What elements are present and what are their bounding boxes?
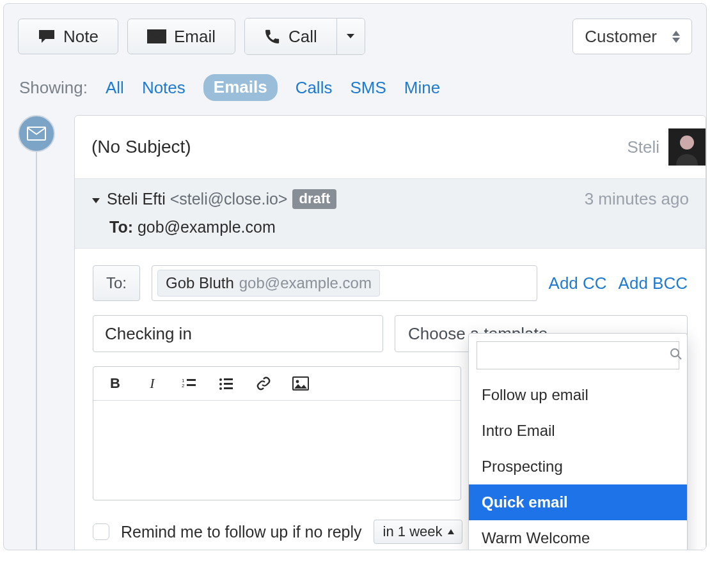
followup-interval-select[interactable]: in 1 week: [374, 520, 462, 544]
followup-interval-value: in 1 week: [383, 523, 443, 540]
followup-checkbox[interactable]: [93, 523, 109, 540]
sort-arrows-icon: [672, 31, 680, 43]
recipient-chip[interactable]: Gob Bluth gob@example.com: [157, 270, 380, 297]
note-button-label: Note: [63, 27, 99, 47]
toolbar: Note Email Call Customer: [4, 4, 706, 55]
template-search[interactable]: [477, 341, 679, 369]
triangle-down-icon: [91, 197, 100, 205]
filter-sms[interactable]: SMS: [350, 78, 386, 98]
chevron-down-icon: [346, 33, 355, 40]
card-header: (No Subject) Steli: [75, 116, 706, 178]
template-item[interactable]: Follow up email: [469, 377, 687, 413]
editor-toolbar: B I 12: [93, 367, 461, 401]
template-item[interactable]: Quick email: [469, 484, 687, 520]
recipient-chip-name: Gob Bluth: [166, 274, 234, 292]
timeline-line: [36, 152, 37, 550]
svg-point-8: [219, 378, 222, 381]
phone-icon: [264, 28, 281, 45]
search-icon: [670, 348, 682, 363]
customer-select[interactable]: Customer: [572, 19, 692, 54]
svg-text:2: 2: [182, 383, 185, 389]
filter-label: Showing:: [19, 78, 88, 98]
recipient-input[interactable]: Gob Bluth gob@example.com: [152, 265, 537, 301]
card-from-name: Steli Efti: [107, 190, 166, 208]
customer-select-label: Customer: [585, 27, 657, 47]
filter-mine[interactable]: Mine: [404, 78, 440, 98]
filter-notes[interactable]: Notes: [142, 78, 185, 98]
svg-rect-11: [224, 383, 233, 385]
call-dropdown-toggle[interactable]: [336, 19, 365, 54]
svg-rect-9: [224, 378, 233, 380]
call-button-group: Call: [244, 18, 365, 55]
email-button[interactable]: Email: [127, 19, 235, 54]
svg-point-2: [680, 135, 694, 150]
card-to-line: To: gob@example.com: [91, 218, 689, 236]
email-button-label: Email: [174, 27, 216, 47]
card-subject: (No Subject): [91, 137, 191, 157]
card-from-email: <steli@close.io>: [170, 190, 288, 208]
svg-rect-4: [187, 379, 196, 381]
note-icon: [38, 29, 56, 44]
card-to-label: To:: [109, 218, 133, 236]
filter-emails[interactable]: Emails: [203, 74, 278, 101]
status-badge: draft: [292, 189, 336, 209]
filter-row: Showing: All Notes Emails Calls SMS Mine: [4, 55, 706, 115]
followup-label: Remind me to follow up if no reply: [121, 523, 362, 541]
svg-rect-6: [187, 384, 196, 386]
card-from: Steli Efti <steli@close.io>: [107, 190, 287, 208]
add-bcc-link[interactable]: Add BCC: [619, 274, 688, 293]
svg-point-12: [219, 387, 222, 390]
editor-body[interactable]: [93, 401, 461, 500]
ordered-list-button[interactable]: 12: [180, 375, 198, 392]
timeline-email-icon: [18, 115, 55, 152]
subject-input[interactable]: [93, 315, 383, 352]
envelope-icon: [147, 29, 166, 43]
to-field-label[interactable]: To:: [93, 265, 140, 301]
expand-toggle[interactable]: [91, 190, 100, 208]
template-dropdown: Follow up email Intro Email Prospecting …: [468, 333, 688, 550]
svg-rect-13: [224, 387, 233, 389]
svg-point-15: [296, 380, 299, 383]
svg-point-16: [671, 349, 679, 357]
call-button[interactable]: Call: [245, 19, 336, 54]
triangle-up-icon: [448, 529, 454, 534]
filter-calls[interactable]: Calls: [296, 78, 333, 98]
card-author: Steli: [627, 137, 668, 157]
filter-all[interactable]: All: [106, 78, 124, 98]
template-item[interactable]: Warm Welcome: [469, 520, 687, 550]
template-item[interactable]: Prospecting: [469, 449, 687, 484]
avatar: [668, 128, 706, 166]
link-button[interactable]: [255, 375, 272, 392]
bold-button[interactable]: B: [106, 375, 124, 392]
editor: B I 12: [93, 366, 461, 500]
template-item[interactable]: Intro Email: [469, 413, 687, 449]
card-timestamp: 3 minutes ago: [585, 189, 689, 209]
template-search-input[interactable]: [485, 346, 663, 364]
note-button[interactable]: Note: [18, 19, 118, 54]
add-cc-link[interactable]: Add CC: [549, 274, 607, 293]
card-to-value: gob@example.com: [138, 218, 276, 236]
unordered-list-button[interactable]: [217, 375, 235, 392]
recipient-chip-email: gob@example.com: [239, 274, 372, 292]
svg-point-10: [219, 383, 222, 385]
call-button-label: Call: [288, 27, 317, 47]
image-button[interactable]: [292, 375, 310, 392]
card-meta: Steli Efti <steli@close.io> draft 3 minu…: [75, 178, 706, 248]
italic-button[interactable]: I: [143, 375, 161, 392]
